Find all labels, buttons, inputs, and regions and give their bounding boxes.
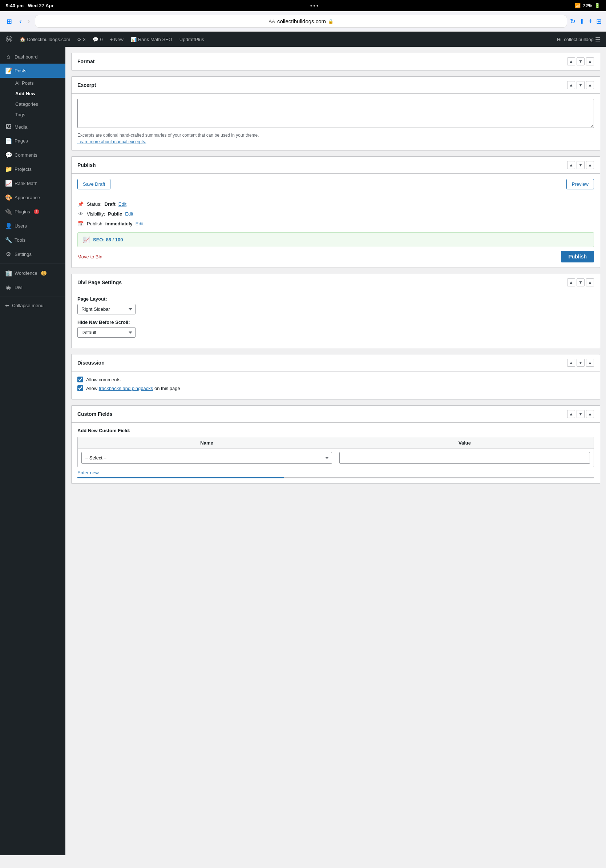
excerpt-learn-more[interactable]: Learn more about manual excerpts. — [77, 139, 146, 144]
sidebar-item-dashboard[interactable]: ⌂ Dashboard — [0, 50, 65, 64]
sidebar-item-rank-math[interactable]: 📈 Rank Math — [0, 176, 65, 191]
url-bar[interactable]: AA collectibulldogs.com 🔒 — [35, 15, 567, 28]
sidebar-item-tools[interactable]: 🔧 Tools — [0, 233, 65, 247]
publish-metabox-header[interactable]: Publish ▲ ▼ ▲ — [71, 157, 600, 174]
discussion-toggle-btn[interactable]: ▲ — [586, 359, 594, 367]
browser-nav: ⊞ — [5, 16, 14, 27]
browser-bar: ⊞ ‹ › AA collectibulldogs.com 🔒 ↻ ⬆ + ⊞ — [0, 11, 606, 32]
visibility-value: Public — [108, 211, 122, 217]
allow-trackbacks-checkbox[interactable] — [77, 385, 83, 391]
comments-nav-icon: 💬 — [5, 152, 12, 158]
cf-name-select[interactable]: – Select – — [81, 452, 332, 464]
sidebar-item-appearance[interactable]: 🎨 Appearance — [0, 191, 65, 205]
tools-icon: 🔧 — [5, 237, 12, 243]
collapse-icon: ⬅ — [5, 303, 9, 308]
excerpt-textarea[interactable] — [77, 99, 594, 128]
excerpt-up-btn[interactable]: ▲ — [567, 81, 575, 89]
hide-nav-select[interactable]: Default Enable Disable — [77, 327, 136, 338]
publish-toggle-btn[interactable]: ▲ — [586, 161, 594, 169]
format-metabox: Format ▲ ▼ ▲ — [71, 53, 600, 71]
sidebar-item-plugins[interactable]: 🔌 Plugins 2 — [0, 205, 65, 219]
preview-button[interactable]: Preview — [566, 179, 594, 189]
sidebar-subitem-tags[interactable]: Tags — [12, 109, 65, 120]
back-btn[interactable]: ‹ — [17, 16, 24, 27]
sidebar-item-projects[interactable]: 📁 Projects — [0, 162, 65, 176]
admin-rank-math[interactable]: 📊 Rank Math SEO — [128, 32, 175, 47]
cf-name-header: Name — [78, 437, 336, 448]
enter-new-link[interactable]: Enter new — [77, 470, 99, 476]
sidebar-item-media[interactable]: 🖼 Media — [0, 120, 65, 134]
page-layout-select[interactable]: Right Sidebar Left Sidebar Full Width No… — [77, 304, 136, 315]
forward-btn[interactable]: › — [25, 16, 32, 27]
format-down-btn[interactable]: ▼ — [577, 57, 584, 65]
visibility-edit-link[interactable]: Edit — [125, 211, 133, 217]
admin-updraft[interactable]: UpdraftPlus — [176, 32, 207, 47]
users-icon: 👤 — [5, 222, 12, 229]
share-btn[interactable]: ⬆ — [579, 17, 584, 25]
posts-submenu: All Posts Add New Categories Tags — [0, 78, 65, 120]
move-to-bin-button[interactable]: Move to Bin — [77, 254, 102, 259]
cf-value-input[interactable] — [339, 452, 590, 464]
admin-user[interactable]: Hi, collectibulldog ☰ — [554, 32, 603, 47]
custom-fields-header-row: Name Value — [78, 437, 594, 449]
sidebar-item-comments[interactable]: 💬 Comments — [0, 148, 65, 162]
format-metabox-header[interactable]: Format ▲ ▼ ▲ — [71, 53, 600, 70]
custom-fields-up-btn[interactable]: ▲ — [567, 410, 575, 418]
format-up-btn[interactable]: ▲ — [567, 57, 575, 65]
custom-fields-toggle-btn[interactable]: ▲ — [586, 410, 594, 418]
sidebar-toggle-btn[interactable]: ⊞ — [5, 16, 14, 27]
format-controls: ▲ ▼ ▲ — [567, 57, 594, 65]
admin-new[interactable]: + New — [107, 32, 127, 47]
format-toggle-btn[interactable]: ▲ — [586, 57, 594, 65]
text-size-label: AA — [269, 19, 275, 24]
publish-timing-edit-link[interactable]: Edit — [136, 221, 144, 226]
battery-percent: 72% — [583, 3, 592, 8]
sidebar-item-settings[interactable]: ⚙ Settings — [0, 247, 65, 261]
sidebar-subitem-add-new[interactable]: Add New — [12, 88, 65, 99]
custom-fields-header[interactable]: Custom Fields ▲ ▼ ▲ — [71, 406, 600, 423]
publish-timing-row: 📅 Publish immediately Edit — [77, 219, 594, 229]
visibility-icon: 👁 — [77, 211, 84, 217]
discussion-down-btn[interactable]: ▼ — [577, 359, 584, 367]
sidebar-subitem-categories[interactable]: Categories — [12, 99, 65, 109]
sidebar-collapse-btn[interactable]: ⬅ Collapse menu — [0, 299, 65, 312]
sidebar-item-pages[interactable]: 📄 Pages — [0, 134, 65, 148]
publish-down-btn[interactable]: ▼ — [577, 161, 584, 169]
admin-updates[interactable]: ⟳ 3 — [74, 32, 88, 47]
admin-site-name[interactable]: 🏠 Collectibulldogs.com — [17, 32, 73, 47]
sidebar-item-divi[interactable]: ◉ Divi — [0, 280, 65, 294]
excerpt-metabox-header[interactable]: Excerpt ▲ ▼ ▲ — [71, 77, 600, 94]
divi-toggle-btn[interactable]: ▲ — [586, 278, 594, 287]
sidebar-subitem-all-posts[interactable]: All Posts — [12, 78, 65, 88]
browser-actions: ↻ ⬆ + ⊞ — [570, 17, 601, 25]
sidebar-item-wordfence[interactable]: 🏢 Wordfence 1 — [0, 266, 65, 280]
publish-title: Publish — [77, 162, 96, 168]
add-tab-btn[interactable]: + — [588, 17, 592, 25]
url-text: collectibulldogs.com — [277, 18, 326, 24]
excerpt-toggle-btn[interactable]: ▲ — [586, 81, 594, 89]
divi-down-btn[interactable]: ▼ — [577, 278, 584, 287]
reload-btn[interactable]: ↻ — [570, 17, 575, 25]
settings-icon: ⚙ — [5, 251, 12, 258]
dashboard-icon: ⌂ — [5, 53, 12, 60]
sidebar-item-posts[interactable]: 📝 Posts — [0, 64, 65, 78]
status-edit-link[interactable]: Edit — [118, 202, 127, 207]
discussion-header[interactable]: Discussion ▲ ▼ ▲ — [71, 354, 600, 372]
publish-button[interactable]: Publish — [561, 251, 594, 262]
custom-fields-down-btn[interactable]: ▼ — [577, 410, 584, 418]
admin-comments[interactable]: 💬 0 — [90, 32, 105, 47]
save-draft-button[interactable]: Save Draft — [77, 179, 110, 189]
allow-comments-checkbox[interactable] — [77, 377, 83, 382]
divi-up-btn[interactable]: ▲ — [567, 278, 575, 287]
excerpt-down-btn[interactable]: ▼ — [577, 81, 584, 89]
divi-settings-header[interactable]: Divi Page Settings ▲ ▼ ▲ — [71, 274, 600, 291]
discussion-up-btn[interactable]: ▲ — [567, 359, 575, 367]
trackbacks-link[interactable]: trackbacks and pingbacks — [99, 386, 153, 391]
status-icon: 📌 — [77, 202, 84, 207]
publish-up-btn[interactable]: ▲ — [567, 161, 575, 169]
excerpt-body: Excerpts are optional hand-crafted summa… — [71, 94, 600, 150]
tabs-btn[interactable]: ⊞ — [596, 17, 601, 25]
wp-logo-item[interactable]: Ⓦ — [3, 32, 15, 47]
sidebar-item-users[interactable]: 👤 Users — [0, 219, 65, 233]
excerpt-title: Excerpt — [77, 82, 96, 88]
